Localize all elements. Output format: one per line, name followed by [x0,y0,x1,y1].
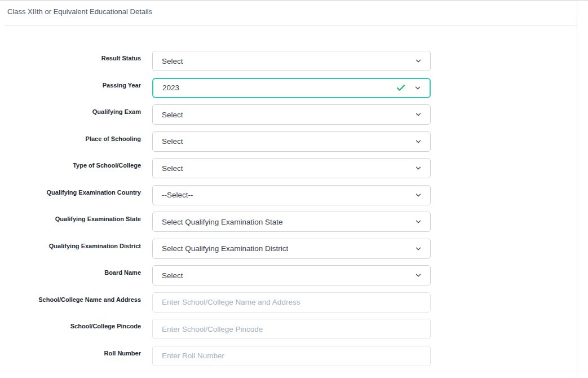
field-label: School/College Pincode [0,319,141,331]
qualifying-examination-state-select[interactable]: Select Qualifying Examination State [152,212,431,232]
page-title: Class XIIth or Equivalent Educational De… [7,7,581,16]
chevron-down-icon [414,111,422,118]
field-label: Result Status [0,51,141,63]
select-value: Select Qualifying Examination State [162,218,283,226]
select-value: Select Qualifying Examination District [162,244,288,253]
place-of-schooling-select[interactable]: Select [152,131,431,152]
educational-details-panel: Class XIIth or Equivalent Educational De… [0,1,588,366]
form-row-place-of-schooling: Place of Schooling Select [0,131,588,152]
chevron-down-icon [414,84,422,92]
chevron-down-icon [414,138,422,146]
form-row-qualifying-examination-district: Qualifying Examination District Select Q… [0,239,588,259]
field-label: Roll Number [0,346,141,358]
form-row-roll-number: Roll Number [0,346,588,366]
passing-year-select[interactable]: 2023 [152,78,431,98]
board-name-select[interactable]: Select [152,265,431,285]
field-label: Passing Year [0,78,141,90]
qualifying-examination-district-select[interactable]: Select Qualifying Examination District [152,239,431,259]
roll-number-input[interactable] [152,346,431,366]
form-row-result-status: Result Status Select [0,51,588,71]
select-value: Select [162,57,183,65]
field-label: Board Name [0,265,141,277]
field-label: Place of Schooling [0,131,141,143]
chevron-down-icon [414,57,422,65]
form-row-school-college-pincode: School/College Pincode [0,319,588,339]
chevron-down-icon [414,164,422,172]
panel-right-border [577,1,577,378]
field-label: Qualifying Examination District [0,239,141,250]
panel-header: Class XIIth or Equivalent Educational De… [0,1,588,16]
field-label: Qualifying Exam [0,104,141,116]
form-row-school-college-name-and-address: School/College Name and Address [0,292,588,313]
type-of-school-college-select[interactable]: Select [152,158,431,178]
select-value: 2023 [162,83,179,92]
form-row-qualifying-examination-state: Qualifying Examination State Select Qual… [0,212,588,232]
select-value: Select [162,271,183,280]
chevron-down-icon [414,271,422,279]
valid-check-icon [396,83,406,93]
select-value: Select [162,164,183,173]
field-label: Qualifying Examination Country [0,185,141,197]
field-label: School/College Name and Address [0,292,141,304]
form-row-board-name: Board Name Select [0,265,588,285]
chevron-down-icon [414,245,422,253]
chevron-down-icon [414,191,422,199]
class12-details-form: Result Status Select Passing Year 2023 Q… [0,26,588,366]
select-value: Select [162,137,183,146]
field-label: Type of School/College [0,158,141,170]
qualifying-examination-country-select[interactable]: --Select-- [152,185,431,205]
form-row-type-of-school-college: Type of School/College Select [0,158,588,178]
school-college-pincode-input[interactable] [152,319,431,339]
form-row-qualifying-exam: Qualifying Exam Select [0,104,588,125]
select-value: --Select-- [162,191,193,199]
chevron-down-icon [414,218,422,226]
form-row-qualifying-examination-country: Qualifying Examination Country --Select-… [0,185,588,205]
form-row-passing-year: Passing Year 2023 [0,78,588,98]
field-label: Qualifying Examination State [0,212,141,223]
result-status-select[interactable]: Select [152,51,431,71]
select-value: Select [162,111,183,119]
qualifying-exam-select[interactable]: Select [152,104,431,125]
school-college-name-and-address-input[interactable] [152,292,431,313]
